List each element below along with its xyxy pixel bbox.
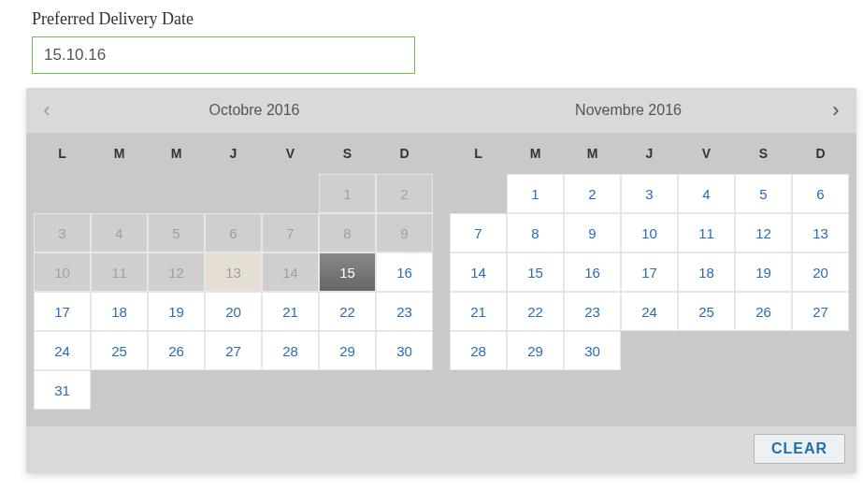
preferred-delivery-date-input[interactable] <box>32 36 415 74</box>
field-label: Preferred Delivery Date <box>32 9 831 29</box>
